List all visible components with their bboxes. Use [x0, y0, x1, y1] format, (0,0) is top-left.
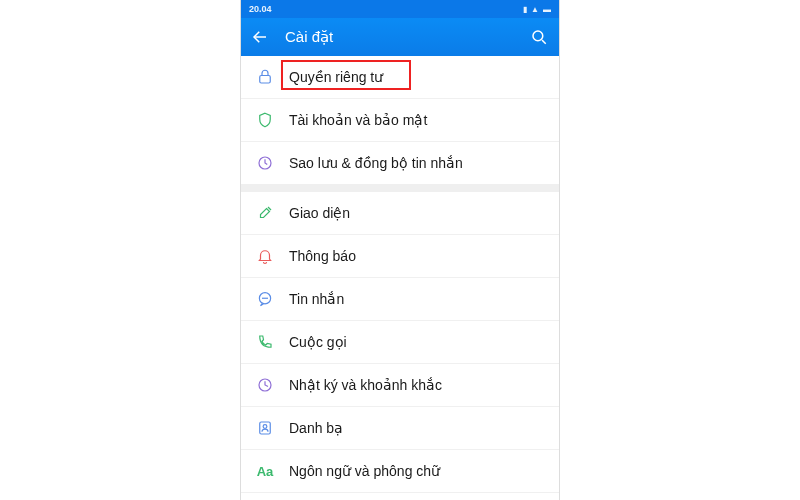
search-button[interactable]	[529, 27, 549, 47]
font-icon: Aa	[255, 461, 275, 481]
brush-icon	[255, 203, 275, 223]
svg-point-1	[533, 31, 543, 41]
page-title: Cài đặt	[285, 28, 513, 46]
row-messages[interactable]: Tin nhắn	[241, 278, 559, 321]
svg-line-5	[268, 207, 271, 210]
row-label: Ngôn ngữ và phông chữ	[289, 463, 440, 479]
shield-icon	[255, 110, 275, 130]
settings-section: Quyền riêng tư Tài khoản và bảo mật	[241, 56, 559, 184]
phone-frame: 20.04 ▮ ▲ ▬ Cài đặt	[240, 0, 560, 500]
row-account-security[interactable]: Tài khoản và bảo mật	[241, 99, 559, 142]
svg-point-10	[263, 425, 267, 429]
row-contacts[interactable]: Danh bạ	[241, 407, 559, 450]
row-label: Tin nhắn	[289, 291, 344, 307]
row-label: Quyền riêng tư	[289, 69, 383, 85]
row-label: Thông báo	[289, 248, 356, 264]
message-icon	[255, 289, 275, 309]
row-label: Sao lưu & đồng bộ tin nhắn	[289, 155, 463, 171]
settings-section: Giao diện Thông báo	[241, 192, 559, 500]
row-backup-sync[interactable]: Sao lưu & đồng bộ tin nhắn	[241, 142, 559, 184]
row-privacy[interactable]: Quyền riêng tư	[241, 56, 559, 99]
settings-list: Quyền riêng tư Tài khoản và bảo mật	[241, 56, 559, 500]
row-label: Giao diện	[289, 205, 350, 221]
row-diary[interactable]: Nhật ký và khoảnh khắc	[241, 364, 559, 407]
row-language-font[interactable]: Aa Ngôn ngữ và phông chữ	[241, 450, 559, 493]
svg-rect-3	[260, 76, 271, 84]
bell-icon	[255, 246, 275, 266]
svg-line-2	[542, 40, 546, 44]
contacts-icon	[255, 418, 275, 438]
sync-icon	[255, 153, 275, 173]
row-calls[interactable]: Cuộc gọi	[241, 321, 559, 364]
row-about[interactable]: Thông tin về Zalo	[241, 493, 559, 500]
status-icons: ▮ ▲ ▬	[523, 5, 551, 14]
signal-icon: ▮	[523, 5, 527, 14]
row-label: Danh bạ	[289, 420, 343, 436]
back-button[interactable]	[251, 28, 269, 46]
lock-icon	[255, 67, 275, 87]
clock-icon	[255, 375, 275, 395]
row-label: Nhật ký và khoảnh khắc	[289, 377, 442, 393]
battery-icon: ▬	[543, 5, 551, 14]
phone-icon	[255, 332, 275, 352]
row-interface[interactable]: Giao diện	[241, 192, 559, 235]
status-bar: 20.04 ▮ ▲ ▬	[241, 0, 559, 18]
wifi-icon: ▲	[531, 5, 539, 14]
row-notifications[interactable]: Thông báo	[241, 235, 559, 278]
app-header: Cài đặt	[241, 18, 559, 56]
row-label: Tài khoản và bảo mật	[289, 112, 427, 128]
status-time: 20.04	[249, 4, 272, 14]
row-label: Cuộc gọi	[289, 334, 347, 350]
